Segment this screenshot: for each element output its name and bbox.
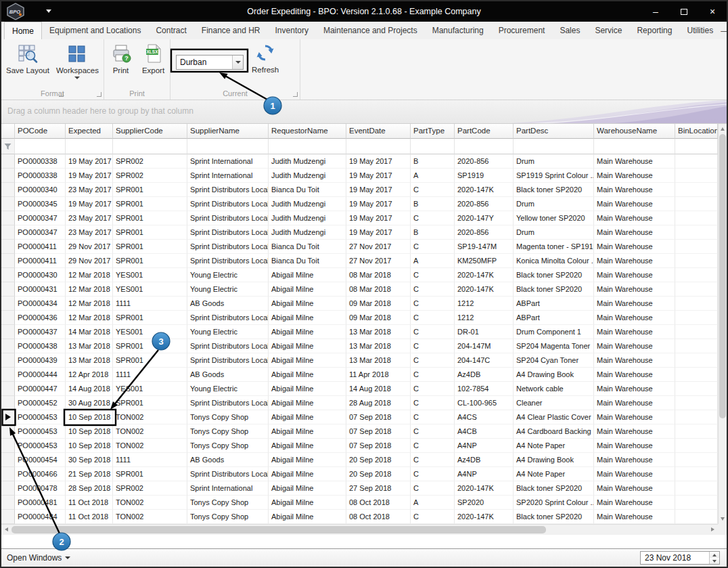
table-row[interactable]: PO000034519 May 2017SPR001Sprint Distrib… [1,197,718,211]
tab-manufacturing[interactable]: Manufacturing [425,22,491,39]
row-indicator[interactable] [1,225,15,240]
row-indicator[interactable] [1,183,15,197]
table-row[interactable]: PO000046621 Sep 2018SPR001Sprint Distrib… [1,467,718,481]
minimize-button[interactable]: – [641,1,670,22]
table-row[interactable]: PO000043112 Mar 2018YES001Young Electric… [1,282,718,297]
mdi-minimize-icon[interactable]: — [721,26,728,36]
refresh-button[interactable]: Refresh [249,41,281,74]
column-header-pocode[interactable]: POCode [15,124,66,139]
scroll-right-arrow-icon[interactable] [711,527,714,531]
column-header-suppliername[interactable]: SupplierName [187,124,269,139]
tab-maintenance-and-projects[interactable]: Maintenance and Projects [316,22,425,39]
row-indicator[interactable] [1,240,15,254]
save-layout-button[interactable]: Save Layout [3,41,52,79]
filter-cell-partdesc[interactable] [514,139,594,154]
row-indicator[interactable] [1,169,15,183]
table-row[interactable]: PO000043714 Mar 2018YES001Young Electric… [1,325,718,339]
filter-cell-suppliercode[interactable] [113,139,187,154]
row-indicator[interactable] [1,410,15,424]
scroll-up-arrow-icon[interactable] [721,127,725,131]
group-by-bar[interactable]: Drag a column header here to group by th… [1,100,727,124]
row-indicator[interactable] [1,268,15,282]
row-indicator[interactable] [1,396,15,410]
filter-cell-partcode[interactable] [455,139,514,154]
row-indicator[interactable] [1,382,15,396]
scroll-down-arrow-icon[interactable] [721,517,725,521]
current-dialog-launcher-icon[interactable] [293,92,298,97]
column-header-warehousename[interactable]: WarehouseName [594,124,675,139]
branch-combobox-dropdown-button[interactable] [232,56,243,69]
row-indicator[interactable] [1,424,15,439]
tab-contract[interactable]: Contract [148,22,194,39]
column-header-expected[interactable]: Expected [66,124,113,139]
print-dialog-launcher-icon[interactable] [59,92,64,97]
horizontal-scrollbar-thumb[interactable] [12,526,546,533]
table-row[interactable]: PO000044412 Apr 20181111AB GoodsAbigail … [1,368,718,382]
spinner-down-button[interactable] [710,558,719,564]
tab-sales[interactable]: Sales [552,22,587,39]
filter-funnel-icon[interactable] [1,139,15,154]
tab-reporting[interactable]: Reporting [629,22,679,39]
table-row[interactable]: PO000043412 Mar 20181111AB GoodsAbigail … [1,297,718,311]
column-header-partdesc[interactable]: PartDesc [514,124,594,139]
table-row[interactable]: PO000033819 May 2017SPR002Sprint Interna… [1,154,718,169]
table-row[interactable]: PO000034723 May 2017SPR001Sprint Distrib… [1,211,718,225]
row-indicator[interactable] [1,254,15,268]
tab-inventory[interactable]: Inventory [268,22,316,39]
row-indicator[interactable] [1,297,15,311]
table-row[interactable]: PO000034023 May 2017SPR001Sprint Distrib… [1,183,718,197]
open-windows-button[interactable]: Open Windows [1,553,70,563]
table-row[interactable]: PO000034723 May 2017SPR001Sprint Distrib… [1,225,718,240]
scroll-left-arrow-icon[interactable] [5,527,8,531]
print-button[interactable]: ? Print [106,41,137,74]
row-indicator[interactable] [1,311,15,325]
row-indicator[interactable] [1,211,15,225]
tab-equipment-and-locations[interactable]: Equipment and Locations [42,22,148,39]
tab-procurement[interactable]: Procurement [491,22,553,39]
vertical-scrollbar[interactable] [718,124,727,524]
filter-cell-requestorname[interactable] [269,139,346,154]
filter-cell-eventdate[interactable] [346,139,411,154]
filter-cell-binlocationna[interactable] [675,139,718,154]
table-row[interactable]: PO000043012 Mar 2018YES001Young Electric… [1,268,718,282]
table-row[interactable]: PO000043913 Mar 2018SPR001Sprint Distrib… [1,353,718,368]
tab-home[interactable]: Home [4,22,42,39]
table-row[interactable]: PO000045310 Sep 2018TON002Tonys Copy Sho… [1,424,718,439]
format-dialog-launcher-icon[interactable] [97,92,101,97]
table-row[interactable]: PO000048411 Oct 2018TON002Tonys Copy Sho… [1,510,718,524]
table-row[interactable]: PO000043612 Mar 2018SPR001Sprint Distrib… [1,311,718,325]
filter-cell-warehousename[interactable] [594,139,675,154]
table-row[interactable]: PO000048111 Oct 2018TON002Tonys Copy Sho… [1,496,718,510]
column-header-parttype[interactable]: PartType [411,124,455,139]
table-row[interactable]: PO000044714 Aug 2018YES001Young Electric… [1,382,718,396]
row-indicator[interactable] [1,481,15,496]
filter-cell-pocode[interactable] [15,139,66,154]
table-row[interactable]: PO000043813 Mar 2018SPR001Sprint Distrib… [1,339,718,353]
branch-combobox[interactable]: Durban [176,55,244,70]
filter-cell-suppliername[interactable] [187,139,269,154]
row-indicator[interactable] [1,154,15,169]
row-indicator[interactable] [1,439,15,453]
column-header-requestorname[interactable]: RequestorName [269,124,346,139]
tab-utilities[interactable]: Utilities [679,22,721,39]
table-row[interactable]: PO000041129 Nov 2017SPR001Sprint Distrib… [1,254,718,268]
maximize-button[interactable] [670,1,698,22]
column-header-partcode[interactable]: PartCode [455,124,514,139]
tab-service[interactable]: Service [587,22,629,39]
table-row[interactable]: PO000045430 Sep 20181111AB GoodsAbigail … [1,453,718,467]
table-row[interactable]: PO000047828 Sep 2018SPR002Sprint Interna… [1,481,718,496]
column-header-eventdate[interactable]: EventDate [346,124,411,139]
row-indicator[interactable] [1,496,15,510]
filter-cell-parttype[interactable] [411,139,455,154]
row-indicator[interactable] [1,325,15,339]
row-indicator[interactable] [1,339,15,353]
tab-finance-and-hr[interactable]: Finance and HR [194,22,268,39]
row-indicator[interactable] [1,510,15,524]
column-header-binlocationna[interactable]: BinLocationNa [675,124,718,139]
row-indicator[interactable] [1,353,15,368]
export-button[interactable]: XLSX Export [138,41,169,74]
row-indicator[interactable] [1,467,15,481]
spinner-up-button[interactable] [710,552,719,558]
row-indicator[interactable] [1,453,15,467]
table-row[interactable]: PO000045310 Sep 2018TON002Tonys Copy Sho… [1,410,718,424]
